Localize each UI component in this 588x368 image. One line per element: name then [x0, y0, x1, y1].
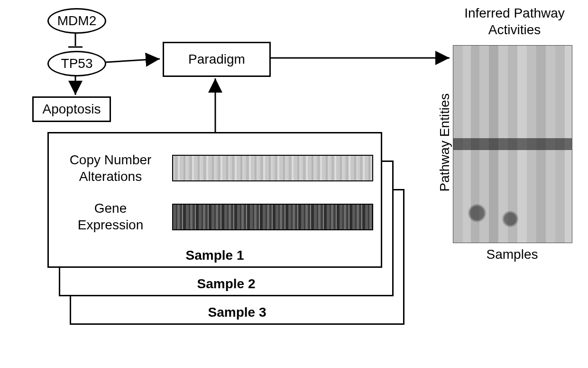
cna-label: Copy Number Alterations: [58, 151, 163, 185]
sample2-label: Sample 2: [60, 275, 392, 292]
sample1-label: Sample 1: [49, 247, 381, 264]
sample-card-1: Copy Number Alterations Gene Expression …: [47, 132, 382, 268]
heatmap-title: Inferred Pathway Activities: [450, 5, 579, 38]
cna-strip: [172, 155, 373, 181]
heatmap-yaxis: Pathway Entities: [436, 85, 450, 199]
gene-expr-strip: [172, 204, 373, 230]
gene-expr-label: Gene Expression: [58, 200, 163, 233]
heatmap: [453, 45, 572, 243]
heatmap-xaxis: Samples: [453, 246, 571, 263]
edge-tp53-paradigm: [106, 59, 160, 62]
sample3-label: Sample 3: [71, 304, 403, 321]
